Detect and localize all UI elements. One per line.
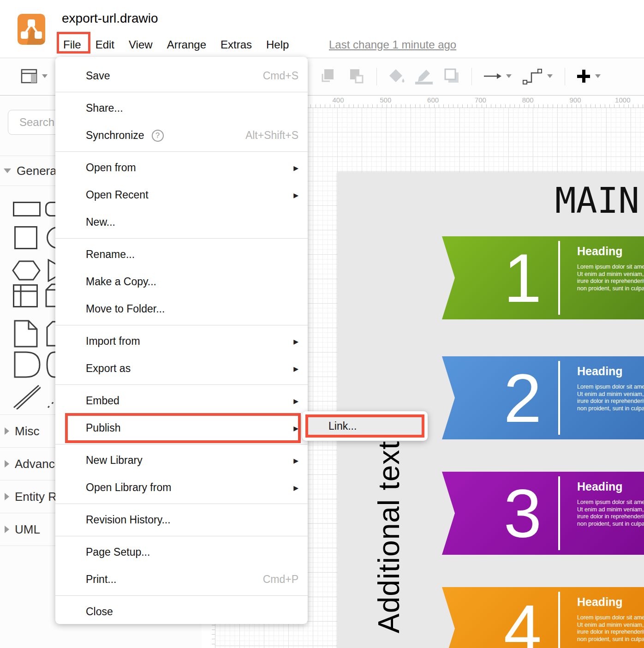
- file-menu-item-synchronize[interactable]: Synchronize?Alt+Shift+S: [55, 122, 308, 149]
- file-menu-item-share[interactable]: Share...: [55, 95, 308, 122]
- document-shape[interactable]: [14, 320, 38, 348]
- file-menu-item-page-setup[interactable]: Page Setup...: [55, 539, 308, 566]
- submenu-arrow-icon: ▶: [293, 365, 298, 372]
- file-annotation-box: [57, 32, 90, 54]
- rectangle-shape[interactable]: [13, 202, 41, 216]
- menubar-item-extras[interactable]: Extras: [221, 38, 252, 51]
- submenu-arrow-icon: ▶: [293, 457, 298, 464]
- banner-2[interactable]: 2HeadingLorem ipsum dolor sit amet, cons…: [442, 356, 644, 439]
- banner-body-text: Lorem ipsum dolor sit amet, consecteturU…: [577, 614, 644, 643]
- to-front-button[interactable]: [320, 58, 335, 94]
- chevron-down-icon: [4, 168, 11, 173]
- toolbar-separator: [376, 68, 377, 85]
- toolbar-separator: [565, 68, 565, 85]
- ruler-label: 700: [475, 96, 486, 104]
- menu-divider: [55, 536, 308, 536]
- ruler-label: 400: [332, 96, 344, 104]
- menu-divider: [55, 325, 308, 325]
- banner-1[interactable]: 1HeadingLorem ipsum dolor sit amet, cons…: [442, 236, 644, 319]
- file-menu-item-new[interactable]: New...: [55, 209, 308, 236]
- file-menu-item-open-library-from[interactable]: Open Library from▶: [55, 474, 308, 501]
- menubar: FileEditViewArrangeExtrasHelp: [63, 35, 289, 55]
- line-shape[interactable]: [12, 384, 41, 409]
- file-menu-item-embed[interactable]: Embed▶: [55, 387, 308, 414]
- file-menu-item-open-from[interactable]: Open from▶: [55, 154, 308, 181]
- shadow-button[interactable]: [444, 58, 460, 94]
- banner-body-text: Lorem ipsum dolor sit amet, consecteturU…: [577, 264, 644, 292]
- fill-color-button[interactable]: [388, 58, 406, 94]
- square-shape[interactable]: [14, 226, 37, 249]
- page-view-button[interactable]: [21, 58, 48, 94]
- file-menu-item-publish[interactable]: Publish▶: [55, 414, 308, 442]
- menubar-item-edit[interactable]: Edit: [95, 38, 114, 51]
- fill-color-icon: [388, 68, 406, 84]
- submenu-arrow-icon: ▶: [293, 425, 298, 432]
- ruler-label: 1000: [615, 96, 630, 104]
- banner-3[interactable]: 3HeadingLorem ipsum dolor sit amet, cons…: [442, 472, 644, 555]
- menubar-item-help[interactable]: Help: [266, 38, 289, 51]
- menu-item-label: Print...: [86, 573, 116, 586]
- menu-item-label: Move to Folder...: [86, 303, 165, 315]
- file-menu-item-move-to-folder[interactable]: Move to Folder...: [55, 295, 308, 323]
- chevron-down-icon: [42, 74, 48, 78]
- menu-item-label: Embed: [86, 395, 119, 407]
- document-title: export-url.drawio: [62, 11, 158, 26]
- menu-item-label: Revision History...: [86, 514, 171, 526]
- ruler-label: 900: [569, 96, 581, 104]
- line-color-icon: [413, 68, 435, 84]
- file-menu-item-open-recent[interactable]: Open Recent▶: [55, 181, 308, 209]
- connector-icon: [522, 67, 543, 85]
- submenu-arrow-icon: ▶: [293, 164, 298, 172]
- file-menu-item-export-as[interactable]: Export as▶: [55, 355, 308, 382]
- arrow-icon: [483, 71, 501, 82]
- menu-divider: [55, 444, 308, 444]
- table-shape[interactable]: [13, 284, 38, 307]
- menu-item-label: New...: [86, 216, 115, 228]
- banner-heading: Heading: [577, 480, 644, 493]
- sidebar-section-label: Misc: [15, 424, 39, 438]
- banner-text-block: HeadingLorem ipsum dolor sit amet, conse…: [577, 480, 644, 528]
- file-menu-item-rename[interactable]: Rename...: [55, 241, 308, 268]
- line-color-button[interactable]: [413, 58, 435, 94]
- menubar-item-arrange[interactable]: Arrange: [167, 38, 206, 51]
- hexagon-shape[interactable]: [12, 260, 41, 281]
- plus-icon: [577, 69, 590, 83]
- file-menu-dropdown: SaveCmd+SShare...Synchronize?Alt+Shift+S…: [55, 57, 308, 624]
- chevron-right-icon: [5, 460, 9, 468]
- menu-item-label: Save: [86, 70, 110, 82]
- menu-item-link[interactable]: Link...: [305, 414, 424, 438]
- banner-body-text: Lorem ipsum dolor sit amet, consecteturU…: [577, 499, 644, 528]
- submenu-arrow-icon: ▶: [293, 338, 298, 345]
- insert-button[interactable]: [577, 58, 601, 94]
- file-menu-item-new-library[interactable]: New Library▶: [55, 447, 308, 474]
- file-menu-item-close[interactable]: Close: [55, 598, 308, 625]
- arrow-style-button[interactable]: [483, 58, 512, 94]
- menu-item-label: Page Setup...: [86, 546, 150, 558]
- publish-submenu: Link...: [302, 411, 428, 441]
- menu-item-shortcut: Cmd+P: [263, 573, 298, 586]
- banner-divider-line: [558, 476, 560, 550]
- submenu-arrow-icon: ▶: [293, 192, 298, 199]
- to-back-button[interactable]: [348, 58, 364, 94]
- menu-item-label: Import from: [86, 335, 140, 348]
- help-icon[interactable]: ?: [152, 130, 164, 142]
- diagram-main-title[interactable]: MAIN: [555, 180, 639, 221]
- banner-4[interactable]: 4HeadingLorem ipsum dolor sit amet, cons…: [442, 587, 644, 648]
- menu-divider: [55, 238, 308, 239]
- file-menu-item-import-from[interactable]: Import from▶: [55, 328, 308, 355]
- last-change-link[interactable]: Last change 1 minute ago: [329, 35, 456, 55]
- connector-style-button[interactable]: [522, 58, 553, 94]
- menu-item-label: Open from: [86, 162, 136, 174]
- banner-number: 3: [486, 474, 560, 552]
- file-menu-item-save[interactable]: SaveCmd+S: [55, 62, 308, 90]
- menu-divider: [55, 384, 308, 385]
- delay-shape[interactable]: [14, 351, 41, 378]
- file-menu-item-make-a-copy[interactable]: Make a Copy...: [55, 268, 308, 295]
- file-menu-item-print[interactable]: Print...Cmd+P: [55, 566, 308, 593]
- sidebar-section-label: UML: [15, 522, 40, 537]
- menubar-item-view[interactable]: View: [129, 38, 153, 51]
- menu-item-label: Export as: [86, 362, 131, 375]
- to-back-icon: [348, 68, 364, 84]
- file-menu-item-revision-history[interactable]: Revision History...: [55, 506, 308, 534]
- banner-number: 1: [486, 239, 560, 317]
